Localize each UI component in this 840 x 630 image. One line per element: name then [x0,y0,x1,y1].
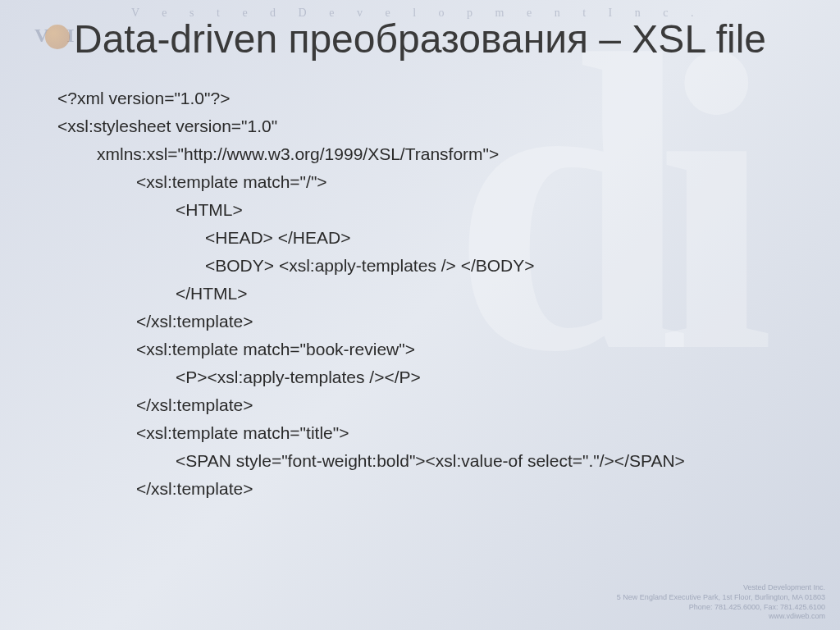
code-line: <xsl:template match="/"> [57,168,783,196]
code-line: xmlns:xsl="http://www.w3.org/1999/XSL/Tr… [57,140,783,168]
code-line: </xsl:template> [57,475,783,503]
footer: Vested Development Inc. 5 New England Ex… [617,583,825,622]
code-line: <xsl:stylesheet version="1.0" [57,112,783,140]
code-line: <HTML> [57,196,783,224]
footer-phone: Phone: 781.425.6000, Fax: 781.425.6100 [617,603,825,613]
slide-content: Data-driven преобразования – XSL file <?… [0,0,840,519]
code-line: <HEAD> </HEAD> [57,224,783,252]
code-line: <BODY> <xsl:apply-templates /> </BODY> [57,252,783,280]
code-line: <SPAN style="font-weight:bold"><xsl:valu… [57,447,783,475]
code-line: <P><xsl:apply-templates /></P> [57,363,783,391]
slide-title: Data-driven преобразования – XSL file [57,16,783,62]
code-line: <?xml version="1.0"?> [57,84,783,112]
footer-address: 5 New England Executive Park, 1st Floor,… [617,593,825,603]
footer-company: Vested Development Inc. [617,583,825,593]
footer-website: www.vdiweb.com [617,612,825,622]
code-line: <xsl:template match="title"> [57,419,783,447]
code-line: </xsl:template> [57,308,783,336]
code-line: <xsl:template match="book-review"> [57,336,783,363]
code-line: </xsl:template> [57,391,783,419]
code-line: </HTML> [57,280,783,308]
code-block: <?xml version="1.0"?> <xsl:stylesheet ve… [57,84,783,503]
